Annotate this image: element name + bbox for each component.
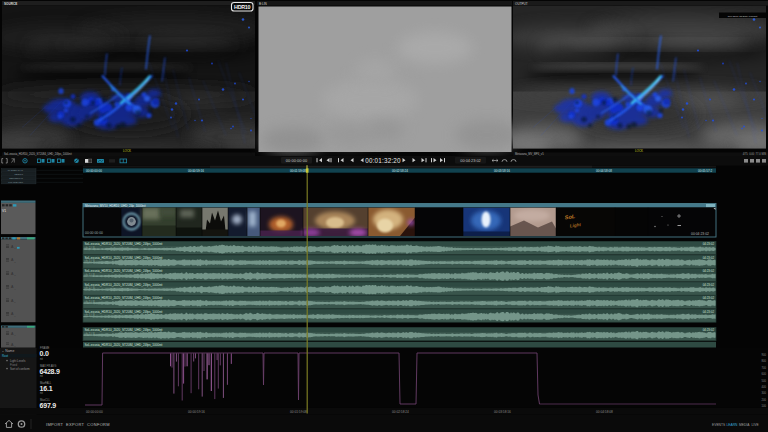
svg-text:04:23:02: 04:23:02: [703, 269, 715, 273]
svg-text:16.1: 16.1: [40, 385, 53, 392]
svg-text:Sort of conform: Sort of conform: [10, 367, 30, 371]
svg-text:ch: 1 / 8: ch: 1 / 8: [85, 259, 95, 263]
svg-text:00:01:32:20: 00:01:32:20: [365, 157, 401, 164]
svg-text:nit: nit: [40, 374, 43, 378]
svg-text:nit: nit: [40, 357, 43, 361]
svg-text:00:03:58:16: 00:03:58:16: [494, 410, 511, 414]
svg-text:Metavana_MV10_HDR10_UHD_24p_10: Metavana_MV10_HDR10_UHD_24p_1000nit: [85, 204, 146, 208]
svg-text:00:01:59:08: 00:01:59:08: [290, 169, 306, 173]
svg-text:MEDIA: MEDIA: [739, 423, 750, 427]
svg-text:SoL.exusia_HDR10_2020_ST2084_U: SoL.exusia_HDR10_2020_ST2084_UHD_24fps_1…: [85, 283, 163, 287]
svg-text:SEGMENT 01: SEGMENT 01: [9, 177, 24, 179]
svg-text:LIVE: LIVE: [752, 423, 760, 427]
svg-text:nit: nit: [40, 391, 43, 395]
svg-text:00:02:58:24: 00:02:58:24: [392, 410, 409, 414]
svg-text:00:04:58:08: 00:04:58:08: [596, 169, 612, 173]
svg-text:ch: 1 / 8: ch: 1 / 8: [85, 286, 95, 290]
svg-text:200: 200: [762, 398, 767, 402]
svg-text:00:02:58:24: 00:02:58:24: [392, 169, 408, 173]
svg-text:300: 300: [762, 391, 767, 395]
svg-text:HDR10: HDR10: [234, 4, 250, 10]
svg-text:900: 900: [762, 353, 767, 357]
svg-text:Rec.2100 ST.2084 1000nit: Rec.2100 ST.2084 1000nit: [728, 15, 758, 18]
svg-text:00:00:00:00: 00:00:00:00: [86, 169, 102, 173]
svg-text:00:05:57:2: 00:05:57:2: [698, 169, 713, 173]
svg-text:LEARN: LEARN: [727, 423, 739, 427]
svg-text:ch: 1 / 8: ch: 1 / 8: [85, 246, 95, 250]
svg-text:00:00:00:00: 00:00:00:00: [85, 231, 103, 235]
svg-text:Metavana_MV_MP4_v5: Metavana_MV_MP4_v5: [515, 152, 544, 156]
svg-text:RESULT: RESULT: [15, 173, 24, 175]
svg-text:500: 500: [762, 379, 767, 383]
svg-text:6428.9: 6428.9: [40, 368, 61, 375]
svg-text:00:04:23:02: 00:04:23:02: [460, 158, 481, 163]
svg-text:SoL.exusia_HDR10_2020_ST2084_U: SoL.exusia_HDR10_2020_ST2084_UHD_24fps_1…: [85, 242, 163, 246]
svg-text:00:04:58:08: 00:04:58:08: [596, 410, 613, 414]
svg-text:0.0: 0.0: [40, 350, 49, 357]
svg-text:ch: 1 / 8: ch: 1 / 8: [85, 300, 95, 304]
svg-text:SoL.exusia_HDR10_2020_ST2084_U: SoL.exusia_HDR10_2020_ST2084_UHD_24fps_1…: [85, 328, 163, 332]
svg-text:LUT PREVIEW: LUT PREVIEW: [8, 181, 24, 183]
svg-text:00:00:00:00: 00:00:00:00: [86, 410, 103, 414]
svg-text:04:23:02: 04:23:02: [703, 310, 715, 314]
svg-text:SoL.exusia_HDR10_2020_ST2084_U: SoL.exusia_HDR10_2020_ST2084_UHD_24fps_1…: [85, 296, 163, 300]
svg-text:ch: 1 / 8: ch: 1 / 8: [85, 332, 95, 336]
svg-text:700: 700: [762, 366, 767, 370]
svg-text:B:LIN: B:LIN: [259, 2, 267, 6]
svg-text:04:23:02: 04:23:02: [703, 328, 715, 332]
svg-text:800: 800: [762, 359, 767, 363]
svg-text:SoL.exusia_HDR10_2020_ST2084_U: SoL.exusia_HDR10_2020_ST2084_UHD_24fps_1…: [4, 152, 72, 156]
svg-text:SOURCE: SOURCE: [4, 2, 17, 6]
svg-text:EVENTS: EVENTS: [712, 423, 726, 427]
svg-text:ch: 1 / 8: ch: 1 / 8: [85, 313, 95, 317]
svg-text:04:23:02: 04:23:02: [703, 296, 715, 300]
svg-text:00:04:23:02: 00:04:23:02: [691, 232, 709, 236]
svg-text:04:23:02: 04:23:02: [703, 242, 715, 246]
svg-text:100: 100: [762, 404, 767, 408]
svg-text:4/75 0.00 77.0 M/B: 4/75 0.00 77.0 M/B: [743, 152, 767, 156]
svg-text:00:00:59:16: 00:00:59:16: [188, 169, 204, 173]
svg-text:04:23:02: 04:23:02: [703, 283, 715, 287]
svg-text:V1: V1: [2, 209, 6, 213]
svg-text:SoL.exusia_HDR10_2020_ST2084_U: SoL.exusia_HDR10_2020_ST2084_UHD_24fps_1…: [85, 310, 163, 314]
svg-text:IMPORT EXPORT CONFORM: IMPORT EXPORT CONFORM: [46, 422, 110, 427]
svg-text:600: 600: [762, 372, 767, 376]
svg-text:04:23:02: 04:23:02: [703, 256, 715, 260]
svg-text:MASTER TL 01: MASTER TL 01: [8, 169, 24, 171]
svg-text:ch: 1 / 8: ch: 1 / 8: [85, 273, 95, 277]
svg-text:LOCK: LOCK: [635, 149, 643, 153]
svg-text:SoL.exusia_HDR10_2020_ST2084_U: SoL.exusia_HDR10_2020_ST2084_UHD_24fps_1…: [85, 269, 163, 273]
svg-text:00:00:00:00: 00:00:00:00: [286, 158, 308, 163]
svg-text:OUTPUT: OUTPUT: [515, 2, 528, 6]
svg-text:Root: Root: [2, 354, 8, 358]
svg-text:00:00:59:16: 00:00:59:16: [188, 410, 205, 414]
svg-text:SoL.exusia_HDR10_2020_ST2084_U: SoL.exusia_HDR10_2020_ST2084_UHD_24fps_1…: [85, 343, 163, 347]
svg-text:LOCK: LOCK: [123, 149, 131, 153]
svg-text:00:03:58:16: 00:03:58:16: [494, 169, 510, 173]
svg-text:00:01:59:08: 00:01:59:08: [290, 410, 307, 414]
svg-text:SoL.exusia_HDR10_2020_ST2084_U: SoL.exusia_HDR10_2020_ST2084_UHD_24fps_1…: [85, 256, 163, 260]
svg-text:400: 400: [762, 385, 767, 389]
svg-text:⌄ Name: ⌄ Name: [2, 349, 15, 353]
